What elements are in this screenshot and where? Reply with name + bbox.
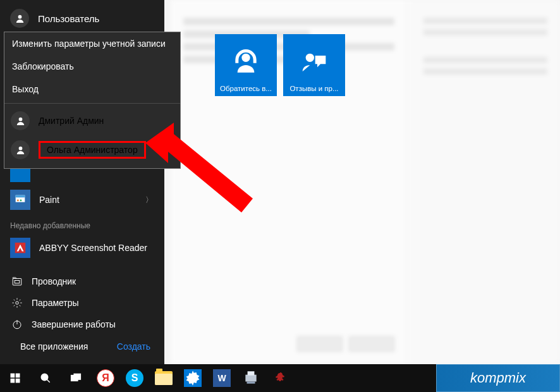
user-name-highlighted: Ольга Администратор	[39, 141, 146, 159]
user-avatar-icon	[11, 140, 30, 159]
menu-change-account-settings[interactable]: Изменить параметры учетной записи	[4, 32, 180, 55]
svg-point-14	[18, 117, 22, 121]
sys-label: Проводник	[32, 276, 76, 286]
sys-label: Все приложения	[20, 341, 88, 352]
explorer-link[interactable]: Проводник	[9, 271, 161, 292]
app-label: ABBYY Screenshot Reader	[39, 243, 147, 253]
section-label-recent: Недавно добавленные	[6, 214, 158, 234]
svg-rect-20	[16, 379, 20, 383]
menu-separator	[4, 103, 180, 104]
tile-label: Обратитесь в...	[215, 85, 277, 92]
app-item-paint[interactable]: Paint 〉	[6, 186, 158, 214]
sys-label: Завершение работы	[32, 319, 116, 329]
taskbar-app-settings[interactable]	[178, 364, 207, 392]
svg-rect-18	[16, 374, 20, 378]
tile-contact-support[interactable]: Обратитесь в...	[215, 34, 277, 96]
user-name: Дмитрий Админ	[39, 116, 104, 126]
account-context-menu: Изменить параметры учетной записи Заблок…	[4, 32, 181, 169]
create-link[interactable]: Создать	[117, 341, 150, 352]
sys-label: Параметры	[32, 298, 79, 308]
svg-rect-26	[245, 374, 256, 381]
bug-icon	[272, 371, 288, 386]
gear-icon	[184, 369, 202, 387]
svg-rect-6	[13, 279, 21, 286]
switch-user-olga[interactable]: Ольга Администратор	[4, 135, 180, 164]
abbyy-icon	[10, 238, 30, 258]
folder-icon	[155, 371, 173, 385]
power-icon	[11, 319, 23, 330]
svg-rect-17	[11, 374, 15, 378]
switch-user-dmitry[interactable]: Дмитрий Админ	[4, 106, 180, 135]
app-label: Paint	[39, 195, 59, 205]
user-avatar-icon	[10, 9, 29, 28]
user-avatar-icon	[11, 111, 30, 130]
settings-link[interactable]: Параметры	[9, 292, 161, 314]
svg-point-2	[18, 15, 21, 18]
tile-label: Отзывы и пр...	[283, 85, 345, 92]
explorer-icon	[11, 276, 23, 287]
menu-lock[interactable]: Заблокировать	[4, 55, 180, 78]
svg-point-21	[41, 374, 48, 381]
svg-rect-19	[11, 379, 15, 383]
svg-rect-7	[15, 281, 20, 284]
taskbar-app-skype[interactable]: S	[120, 364, 149, 392]
taskbar-app-word[interactable]: W	[207, 364, 236, 392]
start-app-list: Paint 〉 Недавно добавленные ABBYY Screen…	[6, 162, 158, 262]
taskbar-app-fax[interactable]	[236, 364, 265, 392]
start-button[interactable]	[0, 364, 30, 392]
start-tiles: Обратитесь в... Отзывы и пр...	[215, 34, 345, 96]
svg-point-8	[16, 302, 19, 305]
svg-rect-28	[247, 381, 255, 383]
chevron-right-icon: 〉	[145, 195, 153, 205]
tile-feedback[interactable]: Отзывы и пр...	[283, 34, 345, 96]
svg-line-22	[47, 379, 50, 383]
svg-point-0	[241, 54, 250, 62]
svg-rect-24	[74, 374, 81, 379]
paint-icon	[10, 190, 30, 210]
svg-point-1	[306, 54, 314, 62]
search-button[interactable]	[30, 364, 61, 392]
fax-icon	[243, 369, 259, 388]
taskbar-app-yandex[interactable]: Я	[91, 364, 120, 392]
svg-point-3	[17, 200, 19, 202]
task-view-button[interactable]	[61, 364, 91, 392]
menu-signout[interactable]: Выход	[4, 78, 180, 101]
svg-rect-27	[248, 371, 255, 376]
taskbar-app-explorer[interactable]	[149, 364, 178, 392]
all-apps-row[interactable]: Все приложения Создать	[9, 335, 161, 360]
headset-icon	[232, 48, 260, 76]
svg-point-4	[20, 200, 22, 202]
power-link[interactable]: Завершение работы	[9, 314, 161, 335]
watermark-overlay: kompmix	[436, 364, 560, 392]
app-item-abbyy[interactable]: ABBYY Screenshot Reader	[6, 234, 158, 262]
svg-point-15	[18, 146, 22, 150]
gear-icon	[11, 297, 23, 309]
current-username: Пользователь	[38, 13, 99, 24]
watermark-text: kompmix	[470, 370, 526, 386]
start-system-links: Проводник Параметры Завершение работы Вс…	[9, 271, 161, 360]
feedback-icon	[300, 48, 328, 76]
taskbar-app-unknown[interactable]	[265, 364, 295, 392]
